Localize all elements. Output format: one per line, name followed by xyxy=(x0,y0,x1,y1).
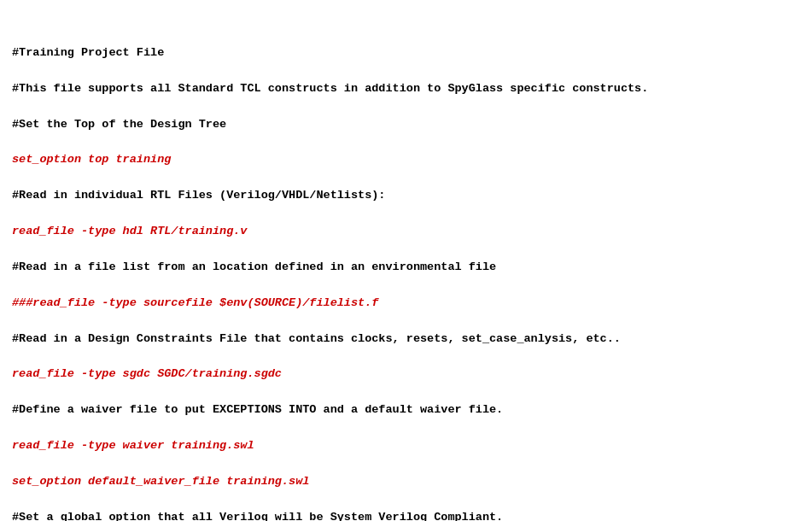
code-line-13: #Set a global option that all Verilog wi… xyxy=(12,509,800,521)
code-line-11: read_file -type waiver training.swl xyxy=(12,437,800,455)
code-line-7: ###read_file -type sourcefile $env(SOURC… xyxy=(12,295,800,313)
code-line-1: #This file supports all Standard TCL con… xyxy=(12,80,800,98)
code-line-9: read_file -type sgdc SGDC/training.sgdc xyxy=(12,366,800,383)
code-line-3: set_option top training xyxy=(12,151,800,169)
code-line-4: #Read in individual RTL Files (Verilog/V… xyxy=(12,187,800,205)
main-container: #Training Project File #This file suppor… xyxy=(0,0,812,521)
code-line-0: #Training Project File xyxy=(12,44,800,62)
code-line-5: read_file -type hdl RTL/training.v xyxy=(12,223,800,241)
code-line-10: #Define a waiver file to put EXCEPTIONS … xyxy=(12,401,800,419)
code-content: #Training Project File #This file suppor… xyxy=(12,9,800,521)
code-line-2: #Set the Top of the Design Tree xyxy=(12,116,800,134)
code-line-12: set_option default_waiver_file training.… xyxy=(12,473,800,491)
code-line-8: #Read in a Design Constraints File that … xyxy=(12,331,800,348)
code-line-6: #Read in a file list from an location de… xyxy=(12,259,800,277)
